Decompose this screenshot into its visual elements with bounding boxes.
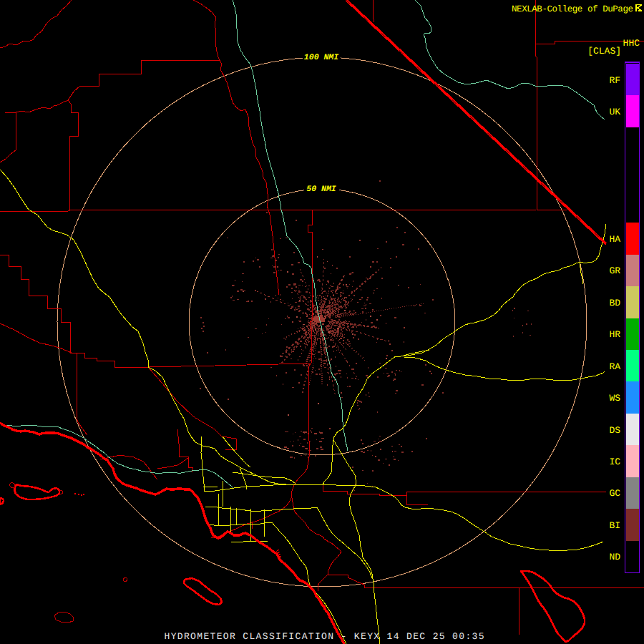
svg-text:HHC: HHC <box>623 38 640 49</box>
svg-text:HYDROMETEOR CLASSIFICATION - K: HYDROMETEOR CLASSIFICATION - KEYX 14 DEC… <box>165 631 484 642</box>
svg-text:HA: HA <box>609 234 620 245</box>
svg-text:DS: DS <box>609 425 620 436</box>
svg-text:WS: WS <box>609 393 620 404</box>
svg-text:GR: GR <box>609 265 620 276</box>
svg-text:50 NMI: 50 NMI <box>306 185 336 194</box>
svg-text:ND: ND <box>609 552 620 562</box>
svg-text:NEXLAB-College of DuPage: NEXLAB-College of DuPage <box>512 4 633 14</box>
svg-text:[CLAS]: [CLAS] <box>587 46 621 57</box>
svg-text:RA: RA <box>609 361 620 372</box>
svg-text:GC: GC <box>609 488 620 499</box>
svg-text:RF: RF <box>609 75 620 86</box>
svg-text:UK: UK <box>609 107 620 117</box>
svg-text:BI: BI <box>609 520 620 531</box>
svg-text:HR: HR <box>609 329 620 340</box>
svg-text:IC: IC <box>609 457 620 467</box>
svg-text:BD: BD <box>609 298 620 308</box>
svg-text:100 NMI: 100 NMI <box>304 53 338 62</box>
